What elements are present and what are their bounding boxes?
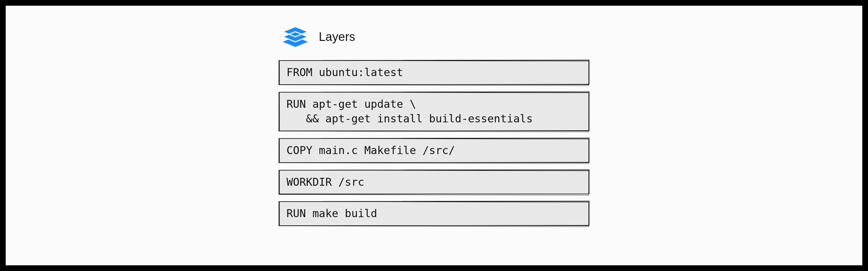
dockerfile-layer: FROM ubuntu:latest bbox=[279, 60, 589, 85]
dockerfile-layer: COPY main.c Makefile /src/ bbox=[279, 138, 589, 163]
section-title: Layers bbox=[319, 30, 355, 44]
dockerfile-layer: WORKDIR /src bbox=[279, 170, 589, 195]
content-column: Layers FROM ubuntu:latest RUN apt-get up… bbox=[279, 25, 589, 226]
layer-text: RUN apt-get update \ && apt-get install … bbox=[286, 98, 533, 125]
layer-text: COPY main.c Makefile /src/ bbox=[286, 144, 455, 157]
layer-list: FROM ubuntu:latest RUN apt-get update \ … bbox=[279, 60, 589, 226]
layers-icon bbox=[281, 25, 310, 49]
dockerfile-layer: RUN apt-get update \ && apt-get install … bbox=[279, 92, 589, 131]
diagram-frame: Layers FROM ubuntu:latest RUN apt-get up… bbox=[6, 6, 862, 265]
header: Layers bbox=[281, 25, 589, 49]
layer-text: RUN make build bbox=[286, 207, 377, 220]
layer-text: WORKDIR /src bbox=[286, 175, 364, 188]
layer-text: FROM ubuntu:latest bbox=[286, 66, 403, 79]
dockerfile-layer: RUN make build bbox=[279, 201, 589, 226]
